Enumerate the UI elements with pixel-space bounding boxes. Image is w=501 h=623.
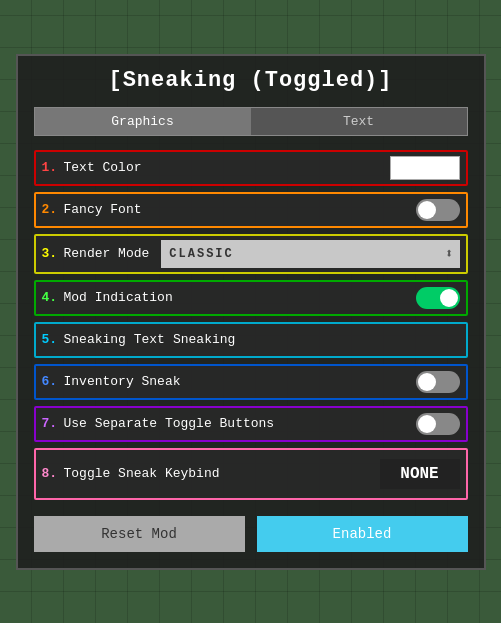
color-preview[interactable] — [390, 156, 460, 180]
row-render-mode: 3. Render Mode CLASSIC MODERN MINIMAL ⬍ — [34, 234, 468, 274]
label-mod-indication: Mod Indication — [64, 290, 416, 305]
panel-title: [Sneaking (Toggled)] — [34, 68, 468, 93]
select-render-mode[interactable]: CLASSIC MODERN MINIMAL — [161, 240, 459, 268]
sneaking-text-value: Sneaking — [173, 332, 235, 347]
row-toggle-sneak-keybind: 8. Toggle Sneak Keybind NONE — [34, 448, 468, 500]
row-use-separate-toggle: 7. Use Separate Toggle Buttons — [34, 406, 468, 442]
select-wrapper-render-mode: CLASSIC MODERN MINIMAL ⬍ — [161, 240, 459, 268]
label-toggle-sneak-keybind: Toggle Sneak Keybind — [64, 466, 380, 481]
row-number-4: 4. — [42, 290, 64, 305]
row-number-8: 8. — [42, 466, 64, 481]
row-number-1: 1. — [42, 160, 64, 175]
label-sneaking-text: Sneaking Text — [64, 332, 165, 347]
bottom-buttons: Reset Mod Enabled — [34, 516, 468, 552]
row-number-2: 2. — [42, 202, 64, 217]
reset-button[interactable]: Reset Mod — [34, 516, 245, 552]
enabled-button[interactable]: Enabled — [257, 516, 468, 552]
tab-bar: Graphics Text — [34, 107, 468, 136]
label-text-color: Text Color — [64, 160, 390, 175]
toggle-mod-indication[interactable] — [416, 287, 460, 309]
row-fancy-font: 2. Fancy Font — [34, 192, 468, 228]
row-number-3: 3. — [42, 246, 64, 261]
label-fancy-font: Fancy Font — [64, 202, 416, 217]
row-sneaking-text: 5. Sneaking Text Sneaking — [34, 322, 468, 358]
label-inventory-sneak: Inventory Sneak — [64, 374, 416, 389]
label-render-mode: Render Mode — [64, 246, 150, 261]
keybind-button[interactable]: NONE — [380, 459, 460, 489]
tab-text[interactable]: Text — [251, 108, 467, 135]
toggle-inventory-sneak[interactable] — [416, 371, 460, 393]
tab-graphics[interactable]: Graphics — [35, 108, 251, 135]
settings-panel: [Sneaking (Toggled)] Graphics Text 1. Te… — [16, 54, 486, 570]
row-number-7: 7. — [42, 416, 64, 431]
toggle-use-separate-toggle[interactable] — [416, 413, 460, 435]
row-number-5: 5. — [42, 332, 64, 347]
label-use-separate-toggle: Use Separate Toggle Buttons — [64, 416, 416, 431]
row-inventory-sneak: 6. Inventory Sneak — [34, 364, 468, 400]
row-number-6: 6. — [42, 374, 64, 389]
toggle-fancy-font[interactable] — [416, 199, 460, 221]
row-mod-indication: 4. Mod Indication — [34, 280, 468, 316]
row-text-color: 1. Text Color — [34, 150, 468, 186]
